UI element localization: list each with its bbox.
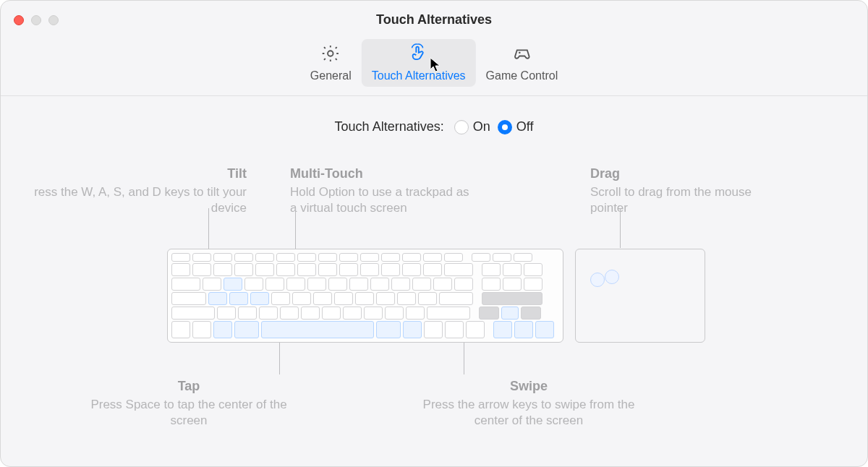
tilt-body: ress the W, A, S, and D keys to tilt you…: [30, 184, 247, 216]
swipe-body: Press the arrow keys to swipe from the c…: [406, 397, 652, 429]
trackpad-illustration: [575, 249, 705, 343]
radio-on-label: On: [473, 119, 490, 134]
arrow-up-key: [501, 307, 519, 320]
tab-game-label: Game Control: [486, 69, 558, 82]
window-title: Touch Alternatives: [1, 12, 867, 27]
radio-off-indicator: [498, 120, 512, 134]
preferences-window: Touch Alternatives General Touch Alterna…: [0, 0, 868, 467]
section-swipe: Swipe Press the arrow keys to swipe from…: [406, 379, 652, 429]
keyboard-illustration: [167, 249, 563, 343]
radio-off-label: Off: [516, 119, 534, 134]
gear-icon: [320, 43, 341, 67]
toolbar-tabs: General Touch Alternatives Game Control: [300, 39, 568, 87]
swipe-title: Swipe: [406, 379, 652, 394]
keyboard-row: [171, 307, 559, 320]
radio-off[interactable]: Off: [498, 119, 534, 134]
option-key: [213, 321, 232, 338]
keyboard-row: [171, 253, 559, 262]
tab-touch-alternatives[interactable]: Touch Alternatives: [362, 39, 476, 87]
tab-general-label: General: [310, 69, 352, 82]
lead-line: [620, 208, 621, 248]
touch-alternatives-toggle: Touch Alternatives: On Off: [1, 119, 867, 134]
tab-touch-label: Touch Alternatives: [372, 69, 466, 82]
keyboard-row: [171, 292, 559, 305]
keyboard-row: [171, 278, 559, 291]
drag-body: Scroll to drag from the mouse pointer: [590, 184, 757, 216]
keyboard-row: [171, 321, 559, 338]
drag-title: Drag: [590, 166, 757, 181]
content-pane: Touch Alternatives: On Off Tilt ress the…: [1, 96, 867, 467]
multi-title: Multi-Touch: [290, 166, 478, 181]
section-drag: Drag Scroll to drag from the mouse point…: [590, 166, 757, 216]
touch-point-icon: [605, 270, 619, 284]
tab-general[interactable]: General: [300, 39, 362, 87]
radio-on[interactable]: On: [454, 119, 490, 134]
option-key: [403, 321, 422, 338]
titlebar: Touch Alternatives General Touch Alterna…: [1, 1, 867, 96]
touch-hand-icon: [409, 43, 429, 67]
hardware-diagram: [167, 249, 705, 343]
lead-line: [464, 343, 464, 374]
section-tap: Tap Press Space to tap the center of the…: [88, 379, 290, 429]
toggle-label: Touch Alternatives:: [335, 119, 444, 134]
space-key: [261, 321, 374, 338]
touch-point-icon: [590, 273, 605, 287]
section-multi-touch: Multi-Touch Hold Option to use a trackpa…: [290, 166, 478, 216]
tap-body: Press Space to tap the center of the scr…: [88, 397, 290, 429]
tap-title: Tap: [88, 379, 290, 394]
game-controller-icon: [511, 43, 532, 67]
tilt-title: Tilt: [30, 166, 247, 181]
arrow-right-key: [535, 321, 554, 338]
arrow-down-key: [514, 321, 533, 338]
radio-on-indicator: [454, 120, 469, 134]
lead-line: [279, 343, 280, 374]
keyboard-row: [171, 263, 559, 276]
arrow-left-key: [493, 321, 512, 338]
tab-game-control[interactable]: Game Control: [476, 39, 569, 87]
section-tilt: Tilt ress the W, A, S, and D keys to til…: [30, 166, 247, 216]
multi-body: Hold Option to use a trackpad as a virtu…: [290, 184, 478, 216]
description-area: Tilt ress the W, A, S, and D keys to til…: [1, 166, 867, 441]
svg-point-0: [328, 51, 333, 56]
